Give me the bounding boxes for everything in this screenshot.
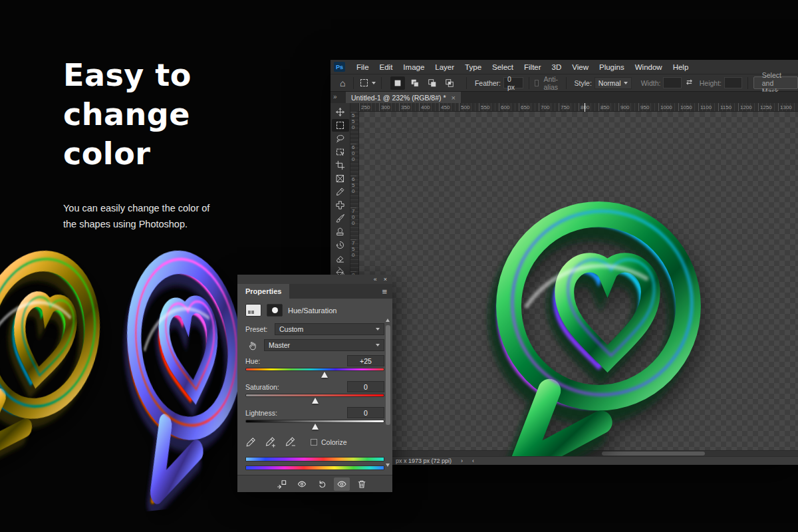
panel-scroll-up-icon[interactable]	[386, 319, 390, 322]
swap-width-height-icon[interactable]	[685, 78, 694, 88]
panel-title-bar: « ×	[237, 275, 392, 284]
clip-to-layer-icon[interactable]	[274, 477, 290, 491]
height-input[interactable]	[724, 77, 742, 88]
menu-item[interactable]: View	[567, 63, 594, 71]
intersect-selection-icon[interactable]	[442, 76, 457, 90]
horizontal-ruler[interactable]: 2503003504004505005506006507007508008509…	[359, 103, 798, 112]
saturation-value-input[interactable]: 0	[347, 381, 384, 392]
menu-item[interactable]: Filter	[519, 63, 547, 71]
add-to-selection-icon[interactable]	[408, 76, 422, 90]
colorize-checkbox[interactable]	[311, 439, 317, 446]
select-and-mask-button[interactable]: Select and Mask...	[753, 76, 798, 89]
ruler-label: 650	[350, 176, 356, 207]
document-tab-bar: » Untitled-1 @ 232% (RGB/8#) * ×	[331, 92, 798, 103]
marquee-tool-preset-icon[interactable]	[359, 78, 376, 88]
hue-value-input[interactable]: +25	[347, 355, 384, 366]
channel-select[interactable]: Master	[264, 339, 384, 351]
brush-tool[interactable]	[332, 212, 349, 225]
lightness-value-input[interactable]: 0	[347, 407, 384, 418]
document-size-status: px x 1973 px (72 ppi)	[396, 458, 452, 464]
menu-item[interactable]: Select	[487, 63, 519, 71]
frame-tool[interactable]	[332, 172, 349, 185]
menu-item[interactable]: Window	[630, 63, 668, 71]
panel-menu-icon[interactable]: ≡	[376, 284, 392, 299]
adjustment-layer-icon[interactable]	[245, 304, 261, 317]
preset-label: Preset:	[245, 325, 269, 333]
ruler-origin-corner[interactable]	[350, 103, 359, 112]
delete-adjustment-icon[interactable]	[354, 477, 370, 491]
width-input[interactable]	[663, 77, 681, 88]
menu-item[interactable]: Type	[460, 63, 487, 71]
rectangular-marquee-tool[interactable]	[332, 119, 349, 132]
page: Easy to change color You can easily chan…	[0, 0, 798, 532]
eyedropper-tool[interactable]	[332, 186, 349, 198]
eyedropper-icon[interactable]	[245, 437, 256, 448]
preset-select[interactable]: Custom	[275, 323, 384, 335]
collapse-panel-icon[interactable]: «	[374, 276, 377, 283]
subtract-from-selection-icon[interactable]	[425, 76, 440, 90]
panel-scrollbar[interactable]	[386, 325, 390, 425]
eraser-tool[interactable]	[332, 252, 349, 265]
ruler-label: 1200	[738, 103, 758, 111]
status-next-icon[interactable]: ›	[461, 458, 463, 464]
ruler-label: 1100	[698, 103, 718, 111]
ruler-label: 1250	[758, 103, 778, 111]
clone-stamp-tool[interactable]	[332, 225, 349, 238]
saturation-slider-thumb[interactable]	[312, 398, 319, 404]
hue-slider-thumb[interactable]	[321, 372, 328, 378]
new-selection-icon[interactable]	[390, 76, 405, 90]
object-selection-tool[interactable]	[332, 146, 349, 158]
hue-track[interactable]	[245, 368, 384, 371]
ruler-label: 950	[638, 103, 658, 111]
colorize-option[interactable]: Colorize	[311, 438, 347, 446]
menu-item[interactable]: File	[351, 63, 374, 71]
style-select[interactable]: Normal	[595, 77, 632, 89]
move-tool[interactable]	[332, 106, 349, 118]
canvas-area: 2503003504004505005506006507007508008509…	[350, 103, 798, 456]
feather-label: Feather:	[475, 79, 501, 87]
green-chat-heart-artwork[interactable]	[449, 178, 736, 456]
hero-title-line: color	[63, 134, 209, 174]
reset-icon[interactable]	[314, 477, 330, 491]
saturation-track[interactable]	[245, 394, 384, 397]
lasso-tool[interactable]	[332, 132, 349, 145]
home-icon[interactable]: ⌂	[337, 78, 348, 88]
menu-item[interactable]: Edit	[374, 63, 398, 71]
properties-panel: « × Properties ≡ Hue/Saturation Preset: …	[237, 275, 392, 492]
hero-subtitle-line: You can easily change the color of	[63, 200, 209, 216]
tab-properties[interactable]: Properties	[237, 284, 289, 299]
ruler-label: 300	[379, 103, 399, 111]
hero-subtitle: You can easily change the color of the s…	[63, 200, 209, 232]
menu-item[interactable]: Help	[668, 63, 694, 71]
ruler-label: 1150	[718, 103, 738, 111]
targeted-adjustment-icon[interactable]	[245, 340, 259, 350]
layer-mask-icon[interactable]	[267, 304, 283, 317]
toolbar-collapse-icon[interactable]: »	[333, 93, 337, 100]
toggle-visibility-icon[interactable]	[334, 477, 350, 491]
menu-item[interactable]: Image	[398, 63, 430, 71]
photoshop-logo: Ps	[334, 62, 345, 72]
panel-body: Hue/Saturation Preset: Custom Master	[237, 299, 392, 475]
lightness-slider-thumb[interactable]	[312, 424, 319, 430]
antialias-checkbox[interactable]	[535, 80, 539, 86]
hue-label: Hue:	[245, 357, 260, 365]
view-previous-state-icon[interactable]	[294, 477, 310, 491]
lightness-track[interactable]	[245, 420, 384, 423]
eyedropper-add-icon[interactable]	[265, 437, 276, 448]
panel-scroll-down-icon[interactable]	[386, 464, 390, 467]
crop-tool[interactable]	[332, 159, 349, 172]
eyedropper-subtract-icon[interactable]	[285, 437, 296, 448]
menu-item[interactable]: Plugins	[594, 63, 630, 71]
ruler-label: 250	[359, 103, 379, 111]
status-prev-icon[interactable]: ‹	[472, 458, 474, 464]
close-panel-icon[interactable]: ×	[384, 276, 387, 283]
feather-input[interactable]: 0 px	[503, 77, 523, 88]
hue-spectrum-reference-bar	[245, 457, 384, 462]
history-brush-tool[interactable]	[332, 239, 349, 251]
menu-item[interactable]: 3D	[547, 63, 567, 71]
preset-value: Custom	[279, 325, 303, 333]
close-icon[interactable]: ×	[452, 94, 456, 102]
menu-item[interactable]: Layer	[430, 63, 460, 71]
healing-brush-tool[interactable]	[332, 199, 349, 211]
document-tab[interactable]: Untitled-1 @ 232% (RGB/8#) * ×	[346, 92, 461, 103]
